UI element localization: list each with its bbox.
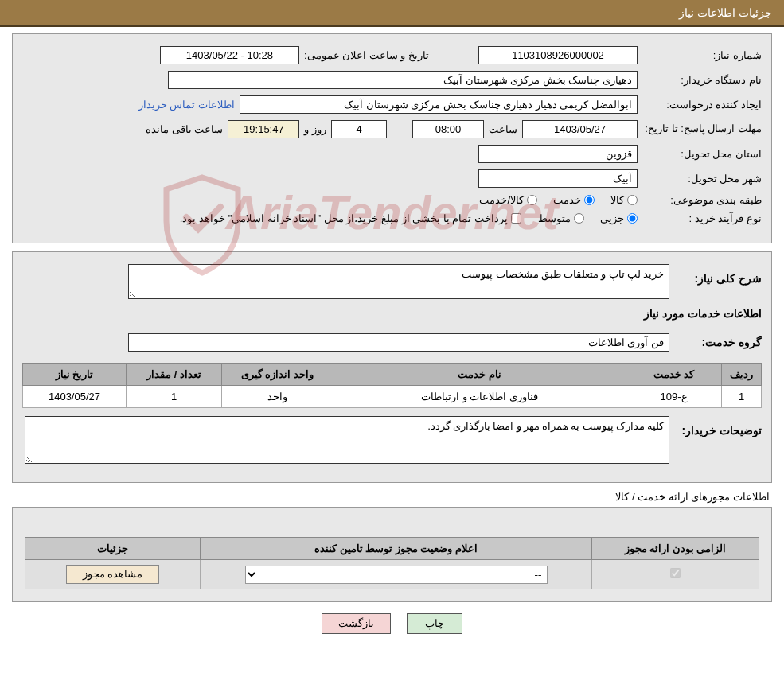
page-title: جزئیات اطلاعات نیاز xyxy=(679,6,772,19)
process-radio-group: جزیی متوسط xyxy=(538,212,638,224)
info-panel: AriaTender.net شماره نیاز: 1103108926000… xyxy=(12,33,772,243)
city-label: شهر محل تحویل: xyxy=(642,173,762,185)
announce-value: 1403/05/22 - 10:28 xyxy=(160,46,299,64)
th-qty: تعداد / مقدار xyxy=(127,364,222,386)
status-cell: -- xyxy=(201,560,592,589)
category-radio-group: کالا خدمت کالا/خدمت xyxy=(479,194,638,206)
province-value: قزوین xyxy=(478,145,638,163)
th-row: ردیف xyxy=(722,364,762,386)
th-unit: واحد اندازه گیری xyxy=(222,364,333,386)
back-button[interactable]: بازگشت xyxy=(322,613,391,634)
th-mandatory: الزامی بودن ارائه مجوز xyxy=(592,538,759,560)
service-group-value: فن آوری اطلاعات xyxy=(128,333,669,352)
city-value: آبیک xyxy=(478,169,638,188)
time-label: ساعت xyxy=(489,123,517,135)
print-button[interactable]: چاپ xyxy=(407,613,462,634)
mandatory-cell xyxy=(592,560,759,589)
cell-row: 1 xyxy=(722,386,762,408)
category-label: طبقه بندی موضوعی: xyxy=(642,194,762,206)
buyer-org-value: دهیاری چناسک بخش مرکزی شهرستان آبیک xyxy=(168,71,638,89)
cell-unit: واحد xyxy=(222,386,333,408)
announce-label: تاریخ و ساعت اعلان عمومی: xyxy=(304,49,429,61)
cell-qty: 1 xyxy=(127,386,222,408)
buyer-contact-link[interactable]: اطلاعات تماس خریدار xyxy=(138,99,235,111)
requester-value: ابوالفضل کریمی دهیار دهیاری چناسک بخش مر… xyxy=(240,95,638,114)
page-header: جزئیات اطلاعات نیاز xyxy=(0,0,784,27)
th-name: نام خدمت xyxy=(333,364,626,386)
th-details: جزئیات xyxy=(25,538,201,560)
radio-goods-service[interactable]: کالا/خدمت xyxy=(479,194,537,206)
th-date: تاریخ نیاز xyxy=(23,364,127,386)
radio-medium[interactable]: متوسط xyxy=(538,212,584,224)
deadline-time: 08:00 xyxy=(412,120,484,138)
province-label: استان محل تحویل: xyxy=(642,148,762,160)
service-group-label: گروه خدمت: xyxy=(674,336,762,348)
license-section-title: اطلاعات مجوزهای ارائه خدمت / کالا xyxy=(14,491,770,503)
need-no-value: 1103108926000002 xyxy=(478,46,638,64)
buyer-notes-label: توضیحات خریدار: xyxy=(674,424,762,437)
days-label: روز و xyxy=(304,123,326,135)
footer-buttons: چاپ بازگشت xyxy=(0,613,784,634)
license-table: الزامی بودن ارائه مجوز اعلام وضعیت مجوز … xyxy=(25,537,759,589)
services-table: ردیف کد خدمت نام خدمت واحد اندازه گیری ت… xyxy=(22,363,762,408)
table-row: 1 ع-109 فناوری اطلاعات و ارتباطات واحد 1… xyxy=(23,386,762,408)
need-panel: شرح کلی نیاز: اطلاعات خدمات مورد نیاز گر… xyxy=(12,251,772,483)
buyer-notes-textarea[interactable] xyxy=(25,416,669,464)
time-remaining: 19:15:47 xyxy=(228,120,299,138)
radio-service[interactable]: خدمت xyxy=(553,194,595,206)
payment-note-check[interactable]: پرداخت تمام یا بخشی از مبلغ خرید،از محل … xyxy=(180,212,521,224)
view-license-button[interactable]: مشاهده مجوز xyxy=(66,565,159,584)
cell-date: 1403/05/27 xyxy=(23,386,127,408)
deadline-date: 1403/05/27 xyxy=(522,120,638,138)
requester-label: ایجاد کننده درخواست: xyxy=(642,99,762,111)
remain-label: ساعت باقی مانده xyxy=(146,123,223,135)
need-desc-textarea[interactable] xyxy=(128,264,669,299)
th-status: اعلام وضعیت مجوز توسط تامین کننده xyxy=(201,538,592,560)
process-label: نوع فرآیند خرید : xyxy=(642,212,762,224)
license-row: -- مشاهده مجوز xyxy=(25,560,759,589)
mandatory-checkbox xyxy=(670,568,681,578)
payment-note: پرداخت تمام یا بخشی از مبلغ خرید،از محل … xyxy=(180,212,508,224)
radio-partial[interactable]: جزیی xyxy=(600,212,638,224)
details-cell: مشاهده مجوز xyxy=(25,560,201,589)
need-desc-label: شرح کلی نیاز: xyxy=(674,272,762,285)
cell-name: فناوری اطلاعات و ارتباطات xyxy=(333,386,626,408)
days-remaining: 4 xyxy=(331,120,387,138)
deadline-label: مهلت ارسال پاسخ: تا تاریخ: xyxy=(642,122,762,136)
cell-code: ع-109 xyxy=(626,386,722,408)
buyer-org-label: نام دستگاه خریدار: xyxy=(642,74,762,86)
radio-goods[interactable]: کالا xyxy=(610,194,638,206)
status-select[interactable]: -- xyxy=(245,566,548,584)
services-title: اطلاعات خدمات مورد نیاز xyxy=(22,307,762,320)
license-panel: الزامی بودن ارائه مجوز اعلام وضعیت مجوز … xyxy=(12,507,772,602)
th-code: کد خدمت xyxy=(626,364,722,386)
need-no-label: شماره نیاز: xyxy=(642,49,762,61)
